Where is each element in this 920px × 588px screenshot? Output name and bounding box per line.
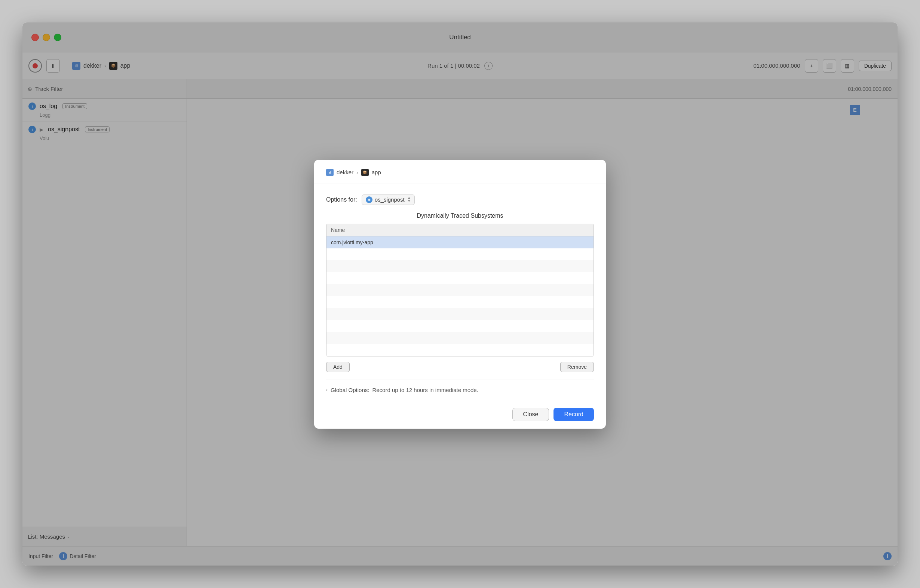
- subsystem-table: Name com.jviotti.my-app: [326, 224, 594, 356]
- add-button[interactable]: Add: [326, 362, 350, 372]
- modal-breadcrumb-app: app: [372, 169, 381, 175]
- options-for-row: Options for: ◉ os_signpost ▲ ▼: [326, 194, 594, 205]
- table-row[interactable]: [327, 272, 593, 284]
- stepper-down: ▼: [408, 200, 411, 203]
- modal-dialog: 🖥 dekker › 📦 app Options for: ◉ os_signp…: [314, 160, 606, 429]
- table-row[interactable]: [327, 320, 593, 332]
- stepper-arrows: ▲ ▼: [408, 196, 411, 203]
- options-for-label: Options for:: [326, 196, 357, 203]
- modal-breadcrumb: 🖥 dekker › 📦 app: [326, 169, 381, 176]
- global-options-row: › Global Options: Record up to 12 hours …: [326, 380, 594, 400]
- modal-app-icon: 📦: [361, 169, 369, 176]
- modal-overlay: 🖥 dekker › 📦 app Options for: ◉ os_signp…: [23, 23, 897, 565]
- table-row[interactable]: [327, 284, 593, 296]
- table-row[interactable]: [327, 260, 593, 272]
- table-header-row: Name: [327, 224, 593, 236]
- table-row[interactable]: [327, 248, 593, 260]
- modal-body: Options for: ◉ os_signpost ▲ ▼ Dynamical…: [314, 184, 606, 400]
- modal-header: 🖥 dekker › 📦 app: [314, 160, 606, 184]
- main-window: Untitled ⏸ 🖥 dekker › 📦 app Run 1 of 1 |…: [23, 23, 897, 565]
- modal-chevron: ›: [356, 169, 358, 175]
- global-options-desc: Record up to 12 hours in immediate mode.: [372, 387, 478, 393]
- options-selector[interactable]: ◉ os_signpost ▲ ▼: [362, 194, 415, 205]
- global-options-chevron: ›: [326, 387, 327, 392]
- table-row[interactable]: [327, 344, 593, 356]
- table-header-name: Name: [331, 227, 345, 233]
- table-buttons: Add Remove: [326, 362, 594, 372]
- remove-button[interactable]: Remove: [560, 362, 594, 372]
- modal-breadcrumb-dekker: dekker: [337, 169, 353, 175]
- table-row[interactable]: [327, 296, 593, 308]
- table-row[interactable]: com.jviotti.my-app: [327, 236, 593, 248]
- modal-dekker-icon: 🖥: [326, 169, 334, 176]
- os-signpost-icon: ◉: [366, 196, 373, 203]
- close-button[interactable]: Close: [512, 408, 549, 421]
- table-cell-0: com.jviotti.my-app: [331, 240, 373, 245]
- table-row[interactable]: [327, 308, 593, 320]
- table-row[interactable]: [327, 332, 593, 344]
- modal-footer: Close Record: [314, 400, 606, 429]
- record-button[interactable]: Record: [554, 408, 594, 421]
- global-options-label: Global Options:: [330, 387, 369, 393]
- section-title: Dynamically Traced Subsystems: [326, 212, 594, 219]
- options-selector-label: os_signpost: [375, 196, 405, 203]
